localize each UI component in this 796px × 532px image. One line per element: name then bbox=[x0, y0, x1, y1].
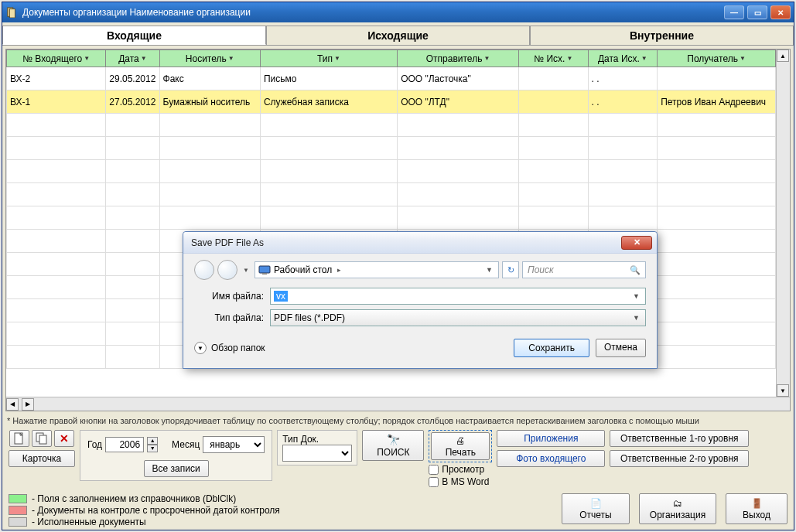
binoculars-icon: 🔭 bbox=[387, 434, 400, 446]
table-row[interactable]: ВХ-229.05.2012ФаксПисьмоООО "Ласточка". … bbox=[7, 67, 776, 90]
attachments-button[interactable]: Приложения bbox=[497, 430, 605, 447]
copy-button[interactable] bbox=[32, 430, 52, 447]
msword-checkbox[interactable]: В MS Word bbox=[429, 476, 492, 487]
chevron-down-icon[interactable]: ▼ bbox=[486, 266, 493, 274]
filetype-label: Тип файла: bbox=[194, 312, 264, 323]
responsible-2-button[interactable]: Ответственные 2-го уровня bbox=[610, 450, 749, 467]
preview-checkbox[interactable]: Просмотр bbox=[429, 464, 492, 475]
titlebar: Документы организации Наименование орган… bbox=[2, 2, 794, 22]
all-records-button[interactable]: Все записи bbox=[144, 460, 209, 477]
doctype-label: Тип Док. bbox=[282, 434, 352, 445]
col-header-incoming-no[interactable]: № Входящего▼ bbox=[7, 50, 106, 67]
maximize-button[interactable]: ▭ bbox=[747, 5, 767, 19]
svg-rect-8 bbox=[39, 435, 46, 444]
filetype-select[interactable]: PDF files (*.PDF) ▼ bbox=[270, 309, 646, 326]
scroll-right-icon[interactable]: ▶ bbox=[22, 398, 34, 411]
exit-button[interactable]: 🚪 Выход bbox=[726, 493, 787, 524]
filename-input[interactable]: vx ▼ bbox=[270, 288, 646, 305]
new-button[interactable] bbox=[9, 430, 29, 447]
path-breadcrumb[interactable]: Рабочий стол ▸ ▼ bbox=[255, 261, 499, 278]
legend-swatch bbox=[9, 517, 27, 527]
col-header-sender[interactable]: Отправитель▼ bbox=[398, 50, 519, 67]
table-row bbox=[7, 160, 776, 183]
window-title: Документы организации Наименование орган… bbox=[22, 7, 724, 18]
organization-button[interactable]: 🗂 Организация bbox=[639, 493, 716, 524]
incoming-photo-button[interactable]: Фото входящего bbox=[497, 450, 605, 467]
scroll-left-icon[interactable]: ◀ bbox=[6, 398, 19, 411]
year-input[interactable] bbox=[105, 437, 144, 452]
chevron-down-icon[interactable]: ▼ bbox=[633, 292, 640, 300]
save-file-dialog: Save PDF File As ✕ ▼ Рабочий стол ▸ bbox=[183, 231, 658, 369]
browse-folders-toggle[interactable]: ▼ Обзор папок bbox=[194, 342, 265, 354]
col-header-date[interactable]: Дата▼ bbox=[106, 50, 159, 67]
desktop-icon bbox=[258, 264, 271, 275]
search-icon: 🔍 bbox=[630, 265, 641, 275]
dialog-titlebar[interactable]: Save PDF File As ✕ bbox=[183, 232, 657, 254]
sort-icon: ▼ bbox=[641, 55, 647, 62]
reports-button[interactable]: 📄 Отчеты bbox=[562, 493, 630, 524]
search-input[interactable]: Поиск 🔍 bbox=[522, 261, 646, 278]
sort-icon: ▼ bbox=[566, 55, 572, 62]
search-button[interactable]: 🔭 ПОИСК bbox=[362, 430, 424, 461]
horizontal-scrollbar[interactable]: ◀ ▶ bbox=[6, 397, 790, 411]
print-button[interactable]: 🖨 Печать bbox=[431, 432, 490, 460]
tab-outgoing[interactable]: Исходящие bbox=[266, 26, 530, 45]
col-header-type[interactable]: Тип▼ bbox=[260, 50, 397, 67]
chevron-up-icon[interactable]: ▲ bbox=[147, 437, 158, 445]
col-header-out-date[interactable]: Дата Исх.▼ bbox=[588, 50, 658, 67]
card-button[interactable]: Карточка bbox=[9, 450, 75, 467]
chevron-down-icon[interactable]: ▼ bbox=[241, 267, 251, 274]
main-tabs: Входящие Исходящие Внутренние bbox=[2, 22, 794, 46]
cancel-button[interactable]: Отмена bbox=[596, 339, 646, 357]
year-spinner[interactable]: ▲▼ bbox=[147, 437, 158, 452]
table-row bbox=[7, 137, 776, 160]
vertical-scrollbar[interactable]: ▲ ▼ bbox=[776, 49, 790, 397]
sort-icon: ▼ bbox=[84, 55, 90, 62]
report-icon: 📄 bbox=[590, 498, 602, 509]
sort-icon: ▼ bbox=[141, 55, 147, 62]
filename-label: Имя файла: bbox=[194, 291, 264, 302]
save-button[interactable]: Сохранить bbox=[514, 339, 589, 357]
dialog-title: Save PDF File As bbox=[191, 237, 621, 248]
year-label: Год bbox=[87, 439, 102, 450]
exit-icon: 🚪 bbox=[751, 498, 763, 509]
path-segment: Рабочий стол bbox=[274, 264, 332, 275]
chevron-right-icon: ▸ bbox=[337, 266, 341, 274]
nav-forward-button[interactable] bbox=[217, 260, 237, 280]
svg-rect-4 bbox=[259, 266, 270, 273]
legend-swatch bbox=[9, 494, 27, 503]
table-row[interactable]: ВХ-127.05.2012Бумажный носительСлужебная… bbox=[7, 90, 776, 114]
table-row bbox=[7, 183, 776, 206]
refresh-button[interactable]: ↻ bbox=[502, 261, 519, 278]
sort-icon: ▼ bbox=[483, 55, 490, 62]
table-row bbox=[7, 206, 776, 230]
filetype-value: PDF files (*.PDF) bbox=[274, 312, 345, 323]
hint-text: * Нажатие правой кнопки на заголовок упо… bbox=[2, 414, 794, 427]
legend: - Поля с заполнением из справочников (Db… bbox=[9, 493, 280, 528]
tab-internal[interactable]: Внутренние bbox=[530, 26, 794, 45]
doctype-select[interactable] bbox=[282, 445, 352, 462]
dialog-close-button[interactable]: ✕ bbox=[621, 236, 652, 250]
scroll-down-icon[interactable]: ▼ bbox=[777, 384, 789, 397]
minimize-button[interactable]: — bbox=[724, 5, 744, 19]
responsible-1-button[interactable]: Ответственные 1-го уровня bbox=[610, 430, 749, 447]
month-select[interactable]: январь bbox=[203, 436, 265, 453]
col-header-carrier[interactable]: Носитель▼ bbox=[159, 50, 260, 67]
col-header-recipient[interactable]: Получатель▼ bbox=[658, 50, 776, 67]
close-button[interactable]: ✕ bbox=[770, 5, 791, 19]
sort-icon: ▼ bbox=[334, 55, 340, 62]
delete-button[interactable]: ✕ bbox=[54, 430, 74, 447]
scroll-up-icon[interactable]: ▲ bbox=[777, 49, 789, 62]
org-icon: 🗂 bbox=[673, 498, 682, 509]
tab-incoming[interactable]: Входящие bbox=[2, 26, 266, 45]
search-placeholder: Поиск bbox=[528, 264, 554, 275]
col-header-out-no[interactable]: № Исх.▼ bbox=[518, 50, 588, 67]
nav-back-button[interactable] bbox=[194, 260, 214, 280]
filename-value: vx bbox=[274, 291, 288, 302]
chevron-down-icon[interactable]: ▼ bbox=[633, 314, 640, 322]
svg-rect-5 bbox=[262, 273, 267, 275]
table-row bbox=[7, 114, 776, 137]
app-icon bbox=[5, 6, 18, 19]
chevron-down-icon[interactable]: ▼ bbox=[147, 445, 158, 452]
printer-icon: 🖨 bbox=[456, 435, 465, 446]
